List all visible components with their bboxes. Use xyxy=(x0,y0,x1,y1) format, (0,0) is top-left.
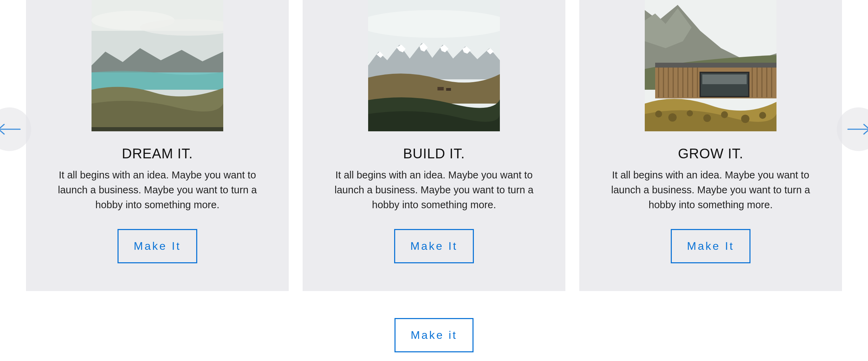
svg-rect-31 xyxy=(702,74,747,84)
arrow-left-icon xyxy=(0,123,21,135)
card-image-dream xyxy=(92,0,223,131)
svg-point-35 xyxy=(703,114,711,122)
cards-row: DREAM IT. It all begins with an idea. Ma… xyxy=(26,0,842,291)
arrow-right-icon xyxy=(847,123,868,135)
make-it-button[interactable]: Make It xyxy=(118,229,197,263)
make-it-button[interactable]: Make It xyxy=(671,229,750,263)
card-dream: DREAM IT. It all begins with an idea. Ma… xyxy=(26,0,289,291)
card-title: GROW IT. xyxy=(678,146,744,161)
card-description: It all begins with an idea. Maybe you wa… xyxy=(611,168,810,212)
svg-rect-11 xyxy=(446,88,451,91)
card-title: DREAM IT. xyxy=(122,146,193,161)
carousel: DREAM IT. It all begins with an idea. Ma… xyxy=(0,0,868,291)
card-description: It all begins with an idea. Maybe you wa… xyxy=(335,168,533,212)
card-build: BUILD IT. It all begins with an idea. Ma… xyxy=(303,0,565,291)
svg-rect-7 xyxy=(92,127,223,131)
card-grow: GROW IT. It all begins with an idea. May… xyxy=(579,0,842,291)
svg-rect-10 xyxy=(437,87,444,90)
card-description: It all begins with an idea. Maybe you wa… xyxy=(58,168,257,212)
svg-rect-14 xyxy=(655,63,776,68)
svg-point-36 xyxy=(721,111,728,118)
svg-point-33 xyxy=(668,113,677,122)
card-title: BUILD IT. xyxy=(403,146,465,161)
svg-point-37 xyxy=(741,115,749,123)
global-cta-row: Make it xyxy=(0,318,868,352)
card-image-build xyxy=(368,0,500,131)
svg-point-38 xyxy=(759,112,766,119)
make-it-button[interactable]: Make It xyxy=(394,229,474,263)
svg-point-9 xyxy=(368,10,500,38)
card-image-grow xyxy=(645,0,776,131)
make-it-global-button[interactable]: Make it xyxy=(394,318,474,352)
svg-point-32 xyxy=(655,111,662,117)
svg-point-34 xyxy=(687,110,693,116)
